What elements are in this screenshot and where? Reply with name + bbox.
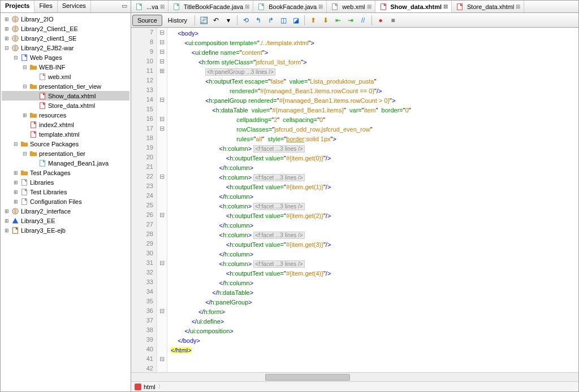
fold-gutter[interactable]: ⊟⊟⊟⊟⊞⊟⊟⊟⊟⊟⊟⊟⊟ xyxy=(157,28,167,372)
code-content[interactable]: <body> <ui:composition template="./../te… xyxy=(167,28,578,372)
fold-toggle-icon[interactable] xyxy=(157,278,167,288)
fold-toggle-icon[interactable] xyxy=(157,144,167,154)
editor-tab[interactable]: Show_data.xhtml⊠ xyxy=(375,1,452,12)
scrollbar-thumb[interactable] xyxy=(265,374,350,381)
close-icon[interactable]: ⊠ xyxy=(516,3,520,10)
fold-toggle-icon[interactable]: ⊟ xyxy=(157,173,167,182)
fold-toggle-icon[interactable] xyxy=(157,77,167,86)
tree-twisty-icon[interactable]: ⊞ xyxy=(12,180,20,185)
shift-right-icon[interactable]: ⇥ xyxy=(345,15,356,26)
close-icon[interactable]: ⊠ xyxy=(245,3,249,10)
tree-node[interactable]: ⊞Libraries xyxy=(2,177,129,187)
toggle-bookmark-icon[interactable]: ◪ xyxy=(290,15,301,26)
tree-twisty-icon[interactable]: ⊞ xyxy=(3,218,11,224)
fold-toggle-icon[interactable] xyxy=(157,86,167,96)
fold-toggle-icon[interactable] xyxy=(157,365,167,372)
fold-toggle-icon[interactable]: ⊟ xyxy=(157,211,167,221)
fold-toggle-icon[interactable] xyxy=(157,230,167,240)
horizontal-scrollbar[interactable] xyxy=(131,372,578,381)
tree-twisty-icon[interactable]: ⊞ xyxy=(12,189,20,195)
editor-tab[interactable]: TitleBookFacade.java⊠ xyxy=(168,1,253,12)
tree-node[interactable]: ⊞Test Packages xyxy=(2,168,129,177)
find-next-icon[interactable]: ↱ xyxy=(265,15,276,26)
tree-node[interactable]: web.xml xyxy=(2,72,129,81)
tab-services[interactable]: Services xyxy=(58,1,91,12)
fold-toggle-icon[interactable] xyxy=(157,317,167,326)
tree-twisty-icon[interactable]: ⊟ xyxy=(21,84,29,89)
close-icon[interactable]: ⊠ xyxy=(443,3,448,10)
fold-toggle-icon[interactable] xyxy=(157,269,167,278)
tree-twisty-icon[interactable]: ⊞ xyxy=(21,112,29,118)
history-button[interactable]: History xyxy=(163,15,192,25)
fold-toggle-icon[interactable] xyxy=(157,106,167,115)
editor-tab[interactable]: web.xml⊠ xyxy=(327,1,375,12)
tree-twisty-icon[interactable]: ⊟ xyxy=(12,141,20,147)
fold-toggle-icon[interactable]: ⊟ xyxy=(157,48,167,58)
editor-tab[interactable]: Store_data.xhtml⊠ xyxy=(452,1,524,12)
fold-toggle-icon[interactable] xyxy=(157,154,167,163)
fold-toggle-icon[interactable] xyxy=(157,336,167,346)
fold-toggle-icon[interactable] xyxy=(157,298,167,307)
tree-node[interactable]: ⊟presentation_tier xyxy=(2,149,129,158)
forward-icon[interactable]: ▾ xyxy=(223,15,234,26)
fold-toggle-icon[interactable]: ⊟ xyxy=(157,259,167,269)
tree-node[interactable]: ⊞Library_2IO xyxy=(2,14,129,24)
tree-node[interactable]: ⊞Configuration Files xyxy=(2,197,129,206)
tree-twisty-icon[interactable]: ⊞ xyxy=(12,170,20,176)
tree-node[interactable]: ⊞resources xyxy=(2,110,129,120)
tree-twisty-icon[interactable]: ⊟ xyxy=(21,64,29,70)
fold-toggle-icon[interactable] xyxy=(157,192,167,202)
tree-node[interactable]: ⊞Library2_Client1_EE xyxy=(2,24,129,33)
fold-toggle-icon[interactable] xyxy=(157,326,167,336)
tab-files[interactable]: Files xyxy=(34,1,57,12)
fold-toggle-icon[interactable] xyxy=(157,134,167,144)
fold-toggle-icon[interactable] xyxy=(157,182,167,192)
close-icon[interactable]: ⊠ xyxy=(318,3,323,10)
fold-toggle-icon[interactable] xyxy=(157,240,167,250)
next-bookmark-icon[interactable]: ⬇ xyxy=(320,15,331,26)
tree-node[interactable]: ⊞Library3_EE-ejb xyxy=(2,225,129,235)
tree-node[interactable]: ⊟presentation_tier_view xyxy=(2,81,129,91)
find-prev-icon[interactable]: ↰ xyxy=(253,15,264,26)
close-icon[interactable]: ⊠ xyxy=(367,3,371,10)
tree-node[interactable]: template.xhtml xyxy=(2,129,129,139)
fold-toggle-icon[interactable]: ⊟ xyxy=(157,115,167,125)
macro-record-icon[interactable]: ● xyxy=(375,15,386,26)
tree-twisty-icon[interactable]: ⊞ xyxy=(3,36,11,41)
fold-toggle-icon[interactable]: ⊟ xyxy=(157,96,167,106)
close-icon[interactable]: ⊠ xyxy=(160,3,165,10)
macro-stop-icon[interactable]: ■ xyxy=(387,15,399,26)
fold-toggle-icon[interactable] xyxy=(157,250,167,259)
fold-toggle-icon[interactable] xyxy=(157,202,167,211)
tree-node[interactable]: ⊞Library3_EE xyxy=(2,216,129,225)
tree-twisty-icon[interactable]: ⊟ xyxy=(3,45,11,51)
code-editor[interactable]: 7891011121314151617181920212223242526272… xyxy=(131,28,578,372)
tree-node[interactable]: Managed_Bean1.java xyxy=(2,158,129,168)
tab-projects[interactable]: Projects xyxy=(1,1,34,12)
fold-toggle-icon[interactable]: ⊞ xyxy=(157,67,167,77)
tree-twisty-icon[interactable]: ⊞ xyxy=(3,228,11,233)
toggle-highlight-icon[interactable]: ◫ xyxy=(278,15,289,26)
tree-node[interactable]: Store_data.xhtml xyxy=(2,101,129,110)
refresh-icon[interactable]: 🔄 xyxy=(198,15,209,26)
project-tree[interactable]: ⊞Library_2IO⊞Library2_Client1_EE⊞Library… xyxy=(1,13,131,391)
tree-node[interactable]: ⊟Source Packages xyxy=(2,139,129,149)
tree-twisty-icon[interactable]: ⊟ xyxy=(12,55,20,60)
fold-toggle-icon[interactable]: ⊟ xyxy=(157,29,167,38)
comment-icon[interactable]: // xyxy=(357,15,369,26)
fold-toggle-icon[interactable] xyxy=(157,221,167,230)
tree-node[interactable]: ⊞Test Libraries xyxy=(2,187,129,197)
fold-toggle-icon[interactable] xyxy=(157,163,167,173)
fold-toggle-icon[interactable]: ⊟ xyxy=(157,355,167,365)
editor-tab[interactable]: ...va⊠ xyxy=(131,1,168,12)
fold-toggle-icon[interactable]: ⊟ xyxy=(157,307,167,317)
fold-toggle-icon[interactable]: ⊟ xyxy=(157,38,167,48)
prev-bookmark-icon[interactable]: ⬆ xyxy=(308,15,319,26)
tree-twisty-icon[interactable]: ⊞ xyxy=(3,26,11,32)
minimize-icon[interactable]: ▭ xyxy=(118,1,131,12)
tree-twisty-icon[interactable]: ⊟ xyxy=(21,151,29,156)
editor-tab[interactable]: BookFacade.java⊠ xyxy=(253,1,327,12)
source-button[interactable]: Source xyxy=(132,15,162,26)
tree-node[interactable]: ⊞Library2_interface xyxy=(2,206,129,216)
tree-node[interactable]: ⊞Library2_client1_SE xyxy=(2,33,129,43)
